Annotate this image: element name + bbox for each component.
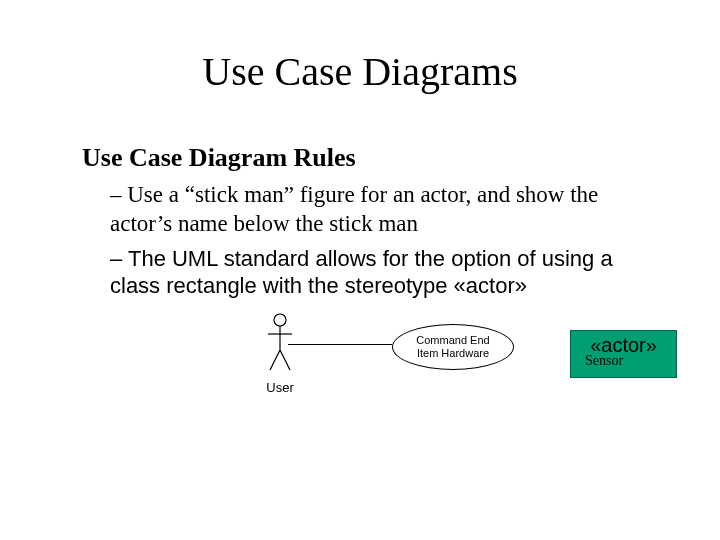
bullet-list: – Use a “stick man” figure for an actor,… [110, 181, 650, 300]
bullet-dash: – [110, 182, 127, 207]
actor-stereotype-label: «actor» [575, 335, 672, 355]
connector-line [288, 344, 392, 345]
svg-line-3 [270, 350, 280, 370]
actor-rectangle: «actor» Sensor [570, 330, 677, 378]
list-item: – Use a “stick man” figure for an actor,… [110, 181, 650, 239]
bullet-text: The UML standard allows for the option o… [110, 246, 613, 299]
bullet-dash: – [110, 246, 128, 271]
diagram-figure: User Command EndItem Hardware «actor» Se… [0, 310, 720, 430]
stickman-icon [268, 312, 292, 372]
oval-label: Command EndItem Hardware [416, 334, 489, 359]
svg-line-4 [280, 350, 290, 370]
bullet-text: Use a “stick man” figure for an actor, a… [110, 182, 598, 236]
list-item: – The UML standard allows for the option… [110, 245, 650, 300]
slide-title: Use Case Diagrams [0, 48, 720, 95]
stickman-label: User [260, 380, 300, 395]
use-case-oval: Command EndItem Hardware [392, 324, 514, 370]
svg-point-0 [274, 314, 286, 326]
section-heading: Use Case Diagram Rules [82, 143, 720, 173]
